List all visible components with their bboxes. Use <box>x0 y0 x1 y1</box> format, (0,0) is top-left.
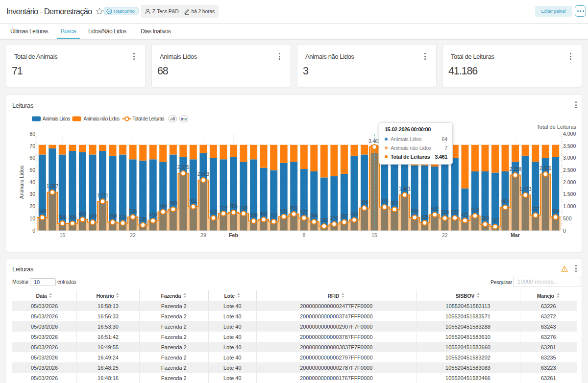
svg-text:Animais não Lidos: Animais não Lidos <box>83 116 120 121</box>
svg-text:20: 20 <box>29 203 35 209</box>
svg-text:22: 22 <box>442 232 448 238</box>
svg-text:518: 518 <box>441 210 449 215</box>
svg-text:40: 40 <box>29 179 35 185</box>
svg-text:315: 315 <box>119 215 127 220</box>
svg-text:581: 581 <box>280 208 288 214</box>
svg-text:269: 269 <box>481 215 490 221</box>
svg-text:527: 527 <box>300 210 308 215</box>
svg-text:709: 709 <box>220 205 228 211</box>
svg-text:976: 976 <box>381 198 389 204</box>
svg-text:708: 708 <box>240 205 248 211</box>
svg-text:964: 964 <box>501 199 510 204</box>
svg-text:662: 662 <box>431 206 439 212</box>
svg-text:780: 780 <box>159 203 168 209</box>
svg-text:410: 410 <box>149 212 157 217</box>
svg-text:372: 372 <box>270 213 278 218</box>
svg-text:549: 549 <box>411 209 419 214</box>
svg-text:Feb: Feb <box>229 232 238 238</box>
svg-text:888: 888 <box>169 201 177 206</box>
svg-text:2.500: 2.500 <box>563 167 576 173</box>
svg-text:462: 462 <box>260 211 268 216</box>
svg-text:564: 564 <box>552 209 560 214</box>
svg-text:235: 235 <box>139 216 147 222</box>
svg-text:350: 350 <box>109 214 117 219</box>
svg-text:Animais Lidos: Animais Lidos <box>43 116 70 121</box>
svg-text:421: 421 <box>461 212 469 217</box>
svg-text:8: 8 <box>302 232 305 238</box>
svg-text:Mar: Mar <box>511 232 520 238</box>
svg-text:167: 167 <box>491 218 499 223</box>
svg-text:Total de Leituras: Total de Leituras <box>132 116 164 121</box>
svg-text:10: 10 <box>29 215 35 221</box>
svg-text:528: 528 <box>209 209 218 215</box>
svg-text:3.500: 3.500 <box>563 143 576 149</box>
svg-text:463: 463 <box>78 211 87 216</box>
svg-text:883: 883 <box>391 201 399 206</box>
svg-text:398: 398 <box>250 213 258 218</box>
svg-text:30: 30 <box>29 191 35 197</box>
svg-text:691: 691 <box>290 205 298 211</box>
svg-text:22: 22 <box>130 232 136 238</box>
svg-text:All: All <box>170 116 175 121</box>
svg-text:1.000: 1.000 <box>563 203 576 209</box>
svg-text:0: 0 <box>32 228 35 234</box>
svg-text:1.500: 1.500 <box>563 191 576 197</box>
svg-text:936: 936 <box>360 199 368 205</box>
svg-text:276: 276 <box>330 215 339 221</box>
svg-text:1.481: 1.481 <box>399 186 411 192</box>
svg-text:4.000: 4.000 <box>563 131 576 137</box>
svg-text:443: 443 <box>350 212 359 217</box>
svg-text:29: 29 <box>200 232 206 238</box>
svg-text:60: 60 <box>29 155 35 161</box>
svg-text:Inv: Inv <box>181 116 187 121</box>
svg-text:1.587: 1.587 <box>47 184 59 189</box>
svg-text:500: 500 <box>563 215 572 221</box>
svg-text:366: 366 <box>310 213 318 218</box>
svg-text:2.093: 2.093 <box>197 171 210 177</box>
svg-text:2.298: 2.298 <box>510 167 522 172</box>
svg-text:755: 755 <box>229 204 238 209</box>
svg-text:Animais Lidos: Animais Lidos <box>19 165 24 199</box>
svg-text:80: 80 <box>29 131 35 137</box>
svg-text:613: 613 <box>471 207 479 213</box>
svg-text:2.339: 2.339 <box>539 166 552 171</box>
svg-text:1.473: 1.473 <box>519 187 532 192</box>
svg-text:325: 325 <box>421 215 429 220</box>
svg-text:349: 349 <box>89 214 97 219</box>
svg-text:637: 637 <box>532 207 540 212</box>
svg-text:3.000: 3.000 <box>563 155 576 161</box>
svg-text:2.000: 2.000 <box>563 179 576 185</box>
svg-text:527: 527 <box>451 210 459 215</box>
svg-text:50: 50 <box>29 167 35 173</box>
svg-text:186: 186 <box>320 217 328 223</box>
svg-text:15: 15 <box>371 232 377 238</box>
svg-text:298: 298 <box>69 215 77 220</box>
svg-text:2.375: 2.375 <box>177 165 190 170</box>
svg-text:566: 566 <box>129 209 137 214</box>
svg-text:0: 0 <box>563 228 566 234</box>
svg-text:357: 357 <box>340 214 348 219</box>
svg-text:1.211: 1.211 <box>97 193 109 198</box>
svg-text:305: 305 <box>58 215 67 220</box>
svg-text:991: 991 <box>189 198 197 204</box>
svg-text:70: 70 <box>29 143 35 149</box>
svg-text:548: 548 <box>38 209 47 214</box>
svg-text:Total de Leituras: Total de Leituras <box>537 124 576 130</box>
svg-text:15: 15 <box>59 232 65 238</box>
